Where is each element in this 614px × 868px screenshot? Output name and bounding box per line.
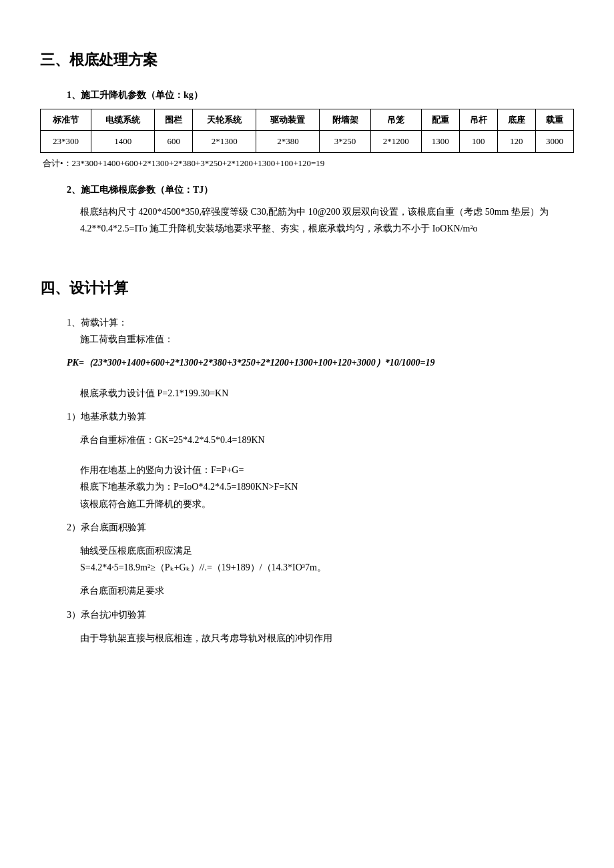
- table-data-cell: 120: [497, 131, 535, 152]
- formula1-text: PK=（23*300+1400+600+2*1300+2*380+3*250+2…: [67, 358, 435, 368]
- sub4-3-para2: 承台底面积满足要求: [40, 582, 574, 599]
- table-data-cell: 600: [155, 131, 193, 152]
- sub2-para1: 根底结构尺寸 4200*4500*350,碎强度等级 C30,配筋为中 10@2…: [40, 203, 574, 237]
- table-header-cell: 标准节: [41, 109, 91, 130]
- table-header-cell: 电缆系统: [91, 109, 155, 130]
- sub4-3-formula: S=4.2*4·5=18.9m²≥（Pₖ+Gₖ）//.=（19+189）/（14…: [40, 559, 574, 576]
- sub4-1-para2: 根底承载力设计值 P=2.1*199.30=KN: [40, 385, 574, 402]
- table-header-cell: 吊笼: [370, 109, 421, 130]
- sub4-1-formula1: PK=（23*300+1400+600+2*1300+2*380+3*250+2…: [40, 354, 574, 371]
- table-data-cell: 2*1300: [193, 131, 256, 152]
- table-header-cell: 围栏: [155, 109, 193, 130]
- table-data-cell: 2*380: [256, 131, 320, 152]
- parameters-table: 标准节电缆系统围栏天轮系统驱动装置附墙架吊笼配重吊杆底座载重 23*300140…: [40, 109, 574, 153]
- sub4-1-para1: 施工荷载自重标准值：: [40, 331, 574, 348]
- sub1-label: 1、施工升降机参数（单位：kg）: [40, 87, 574, 103]
- table-data-row: 23*30014006002*13002*3803*2502*120013001…: [41, 131, 574, 152]
- sub4-2-para2: 作用在地基上的竖向力设计值：F=P+G=: [40, 462, 574, 478]
- sub4-4-label: 3）承台抗冲切验算: [40, 606, 574, 623]
- table-data-cell: 2*1200: [370, 131, 421, 152]
- sub4-3-label: 2）承台底面积验算: [40, 519, 574, 536]
- table-header-cell: 配重: [421, 109, 459, 130]
- sub4-2-para3: 根底下地基承载力为：P=IoO*4.2*4.5=1890KN>F=KN: [40, 478, 574, 495]
- sub4-2-para4: 该根底符合施工升降机的要求。: [40, 496, 574, 512]
- table-header-row: 标准节电缆系统围栏天轮系统驱动装置附墙架吊笼配重吊杆底座载重: [41, 109, 574, 130]
- table-data-cell: 100: [459, 131, 497, 152]
- table-data-cell: 3*250: [320, 131, 370, 152]
- sub4-1-label: 1、荷载计算：: [40, 314, 574, 331]
- sum-line: 合计•：23*300+1400+600+2*1300+2*380+3*250+2…: [40, 155, 574, 171]
- table-header-cell: 天轮系统: [193, 109, 256, 130]
- section3-title: 三、根底处理方案: [40, 47, 574, 73]
- table-header-cell: 吊杆: [459, 109, 497, 130]
- table-header-cell: 载重: [535, 109, 573, 130]
- table-data-cell: 1300: [421, 131, 459, 152]
- table-header-cell: 底座: [497, 109, 535, 130]
- table-data-cell: 1400: [91, 131, 155, 152]
- table-header-cell: 附墙架: [320, 109, 370, 130]
- sub4-4-para1: 由于导轨架直接与根底相连，故只考虑导轨对根底的冲切作用: [40, 630, 574, 646]
- sub2-label: 2、施工电梯根底参数（单位：TJ）: [40, 181, 574, 198]
- section4-title: 四、设计计算: [40, 275, 574, 302]
- sub4-3-para1: 轴线受压根底底面积应满足: [40, 542, 574, 559]
- sub4-2-label: 1）地基承载力验算: [40, 408, 574, 425]
- table-data-cell: 23*300: [41, 131, 91, 152]
- sub4-2-para1: 承台自重标准值：GK=25*4.2*4.5*0.4=189KN: [40, 432, 574, 448]
- table-header-cell: 驱动装置: [256, 109, 320, 130]
- table-data-cell: 3000: [535, 131, 573, 152]
